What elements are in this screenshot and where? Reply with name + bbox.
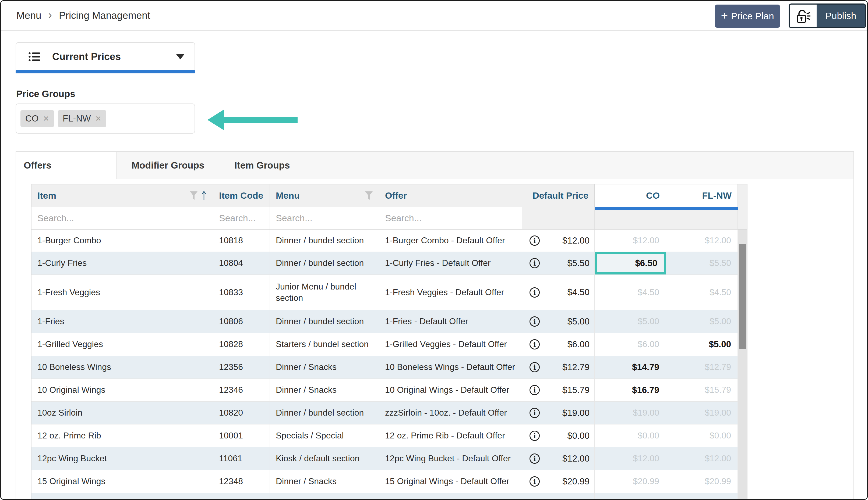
- table-row: 1-Curly Fries 10804 Dinner / bundel sect…: [32, 252, 747, 275]
- column-header-co-label: CO: [646, 190, 660, 201]
- co-price-cell[interactable]: [594, 493, 666, 500]
- flnw-price-cell[interactable]: $4.50: [666, 275, 738, 310]
- co-price-cell[interactable]: $12.00: [594, 447, 666, 470]
- menu-cell: Dinner / Snacks: [270, 379, 379, 401]
- publish-button[interactable]: Publish: [816, 4, 865, 27]
- offer-search-input[interactable]: [379, 213, 522, 224]
- default-price-value: $12.00: [562, 453, 590, 465]
- info-icon[interactable]: i: [529, 384, 540, 396]
- view-selector-dropdown[interactable]: Current Prices: [15, 42, 195, 73]
- menu-cell: Dinner / bundel section: [270, 252, 379, 274]
- menu-search-input[interactable]: [270, 213, 379, 224]
- table-row: 12 oz. Prime Rib 10001 Specials / Specia…: [32, 424, 747, 447]
- filter-icon[interactable]: [365, 191, 373, 200]
- item-cell: 1-Fresh Veggies: [32, 275, 213, 310]
- flnw-price-cell[interactable]: $5.50: [666, 252, 738, 274]
- column-header-co[interactable]: CO: [594, 184, 666, 207]
- item-search-input[interactable]: [32, 213, 213, 224]
- breadcrumb-separator-icon: ›: [48, 9, 52, 21]
- scrollbar-thumb[interactable]: [739, 244, 746, 349]
- co-price-cell[interactable]: $6.00: [594, 333, 666, 356]
- lock-button[interactable]: [790, 4, 816, 27]
- default-price-cell: i $12.00: [522, 447, 594, 470]
- co-price-cell[interactable]: $6.50: [594, 252, 666, 274]
- svg-text:i: i: [533, 363, 536, 371]
- info-icon[interactable]: i: [529, 287, 540, 298]
- co-price-cell[interactable]: $19.00: [594, 401, 666, 424]
- info-icon[interactable]: i: [529, 476, 540, 487]
- column-header-offer[interactable]: Offer: [379, 184, 522, 207]
- co-price-cell[interactable]: $4.50: [594, 275, 666, 310]
- column-header-menu[interactable]: Menu: [270, 184, 379, 207]
- info-icon[interactable]: i: [529, 316, 540, 327]
- info-icon[interactable]: i: [529, 430, 540, 441]
- svg-text:i: i: [533, 409, 536, 417]
- flnw-price-cell[interactable]: $12.79: [666, 356, 738, 378]
- offer-cell: [379, 493, 522, 500]
- breadcrumb-menu[interactable]: Menu: [16, 10, 42, 21]
- co-price-cell[interactable]: $14.79: [594, 356, 666, 378]
- price-groups-multiselect[interactable]: CO ✕ FL-NW ✕: [15, 103, 195, 134]
- flnw-price-cell[interactable]: [666, 493, 738, 500]
- info-icon[interactable]: i: [529, 453, 540, 464]
- tab-offers[interactable]: Offers: [16, 152, 116, 179]
- price-group-columns-accent-bar: [594, 207, 738, 210]
- sort-ascending-icon[interactable]: [201, 190, 207, 201]
- flnw-price-cell[interactable]: $15.79: [666, 379, 738, 401]
- menu-cell: Junior Menu / bundel section: [270, 275, 379, 310]
- column-header-default-price[interactable]: Default Price: [522, 184, 594, 207]
- table-row: 12pc Wing Bucket 11061 Kiosk / default s…: [32, 447, 747, 470]
- flnw-price-cell[interactable]: $19.00: [666, 401, 738, 424]
- item-code-cell: 10818: [213, 230, 270, 252]
- tab-modifier-groups[interactable]: Modifier Groups: [116, 152, 219, 179]
- info-icon[interactable]: i: [529, 407, 540, 419]
- item-cell: [32, 493, 213, 500]
- menu-cell: Dinner / bundel section: [270, 230, 379, 252]
- svg-text:i: i: [533, 478, 536, 486]
- scrollbar-search-gap: [738, 207, 747, 229]
- item-code-cell: 10828: [213, 333, 270, 356]
- svg-text:i: i: [533, 386, 536, 394]
- table-row: 10oz Sirloin 10820 Dinner / bundel secti…: [32, 401, 747, 424]
- price-plan-button[interactable]: + Price Plan: [715, 4, 780, 28]
- column-header-item[interactable]: Item: [32, 184, 213, 207]
- co-price-cell[interactable]: $20.99: [594, 470, 666, 493]
- breadcrumb: Menu › Pricing Management: [16, 10, 150, 22]
- flnw-price-cell[interactable]: $5.00: [666, 333, 738, 356]
- default-price-cell: i: [522, 493, 594, 500]
- info-icon[interactable]: i: [529, 258, 540, 269]
- item-code-cell: 12348: [213, 470, 270, 493]
- info-icon[interactable]: i: [529, 499, 540, 500]
- flnw-price-cell[interactable]: $5.00: [666, 310, 738, 333]
- info-icon[interactable]: i: [529, 362, 540, 373]
- chip-remove-icon[interactable]: ✕: [43, 114, 49, 123]
- view-selector-accent-bar: [15, 70, 195, 73]
- menu-cell: Dinner / Snacks: [270, 356, 379, 378]
- chip-remove-icon[interactable]: ✕: [95, 114, 101, 123]
- filter-icon[interactable]: [190, 191, 198, 200]
- item-code-search-input[interactable]: [213, 213, 270, 224]
- co-price-cell[interactable]: $5.00: [594, 310, 666, 333]
- info-icon[interactable]: i: [529, 339, 540, 350]
- column-header-flnw[interactable]: FL-NW: [666, 184, 738, 207]
- breadcrumb-current-page: Pricing Management: [59, 10, 150, 21]
- menu-cell: Starters / bundel section: [270, 333, 379, 356]
- tab-item-groups[interactable]: Item Groups: [219, 152, 305, 179]
- default-price-cell: i $12.00: [522, 230, 594, 252]
- flnw-price-cell[interactable]: $20.99: [666, 470, 738, 493]
- flnw-price-cell[interactable]: $0.00: [666, 424, 738, 447]
- flnw-price-cell[interactable]: $12.00: [666, 447, 738, 470]
- co-price-cell[interactable]: $12.00: [594, 230, 666, 252]
- flnw-price-cell[interactable]: $12.00: [666, 230, 738, 252]
- offer-cell: 10 Original Wings - Default Offer: [379, 379, 522, 401]
- column-header-item-code[interactable]: Item Code: [213, 184, 270, 207]
- co-price-cell[interactable]: $16.79: [594, 379, 666, 401]
- co-price-cell[interactable]: $0.00: [594, 424, 666, 447]
- table-row: 1-Fries 10806 Dinner / bundel section 1-…: [32, 310, 747, 333]
- svg-text:i: i: [533, 259, 536, 267]
- info-icon[interactable]: i: [529, 235, 540, 246]
- chip-label: FL-NW: [63, 113, 91, 124]
- vertical-scrollbar[interactable]: [738, 230, 747, 500]
- table-row: 15 Original Wings 12348 Dinner / Snacks …: [32, 470, 747, 493]
- offer-cell: 1-Fresh Veggies - Default Offer: [379, 275, 522, 310]
